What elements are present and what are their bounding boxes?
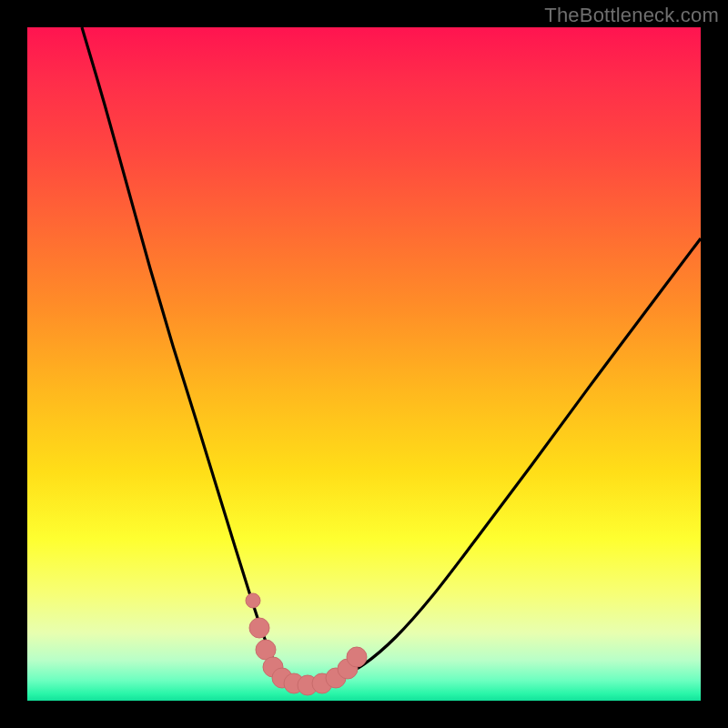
dot-11 [347,647,367,667]
bottleneck-curve [82,27,701,684]
chart-svg [27,27,701,701]
watermark-text: TheBottleneck.com [544,4,719,27]
marker-group [246,593,367,695]
dot-1 [246,593,260,608]
dot-2 [249,618,269,638]
chart-frame [27,27,701,701]
